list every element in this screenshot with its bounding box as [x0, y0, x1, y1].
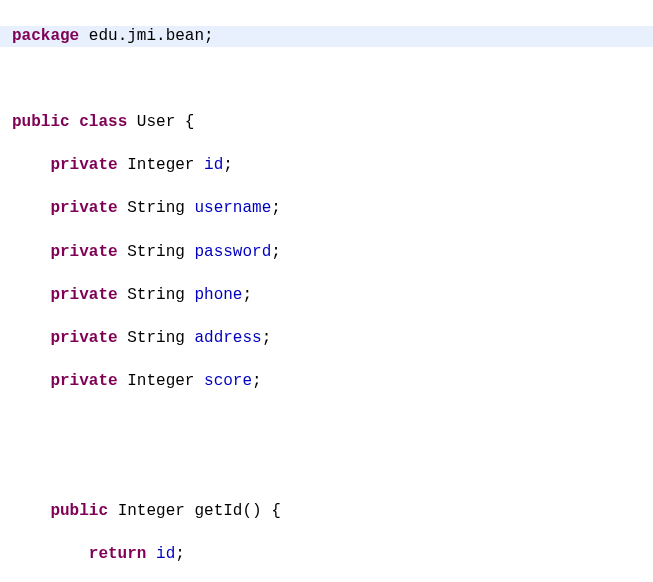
field-name: id: [204, 156, 223, 174]
keyword-private: private: [50, 199, 117, 217]
package-name: edu.jmi.bean: [89, 27, 204, 45]
type: Integer: [127, 372, 194, 390]
code-line: private String password;: [0, 242, 653, 264]
semicolon: ;: [252, 372, 262, 390]
type: String: [127, 199, 185, 217]
semicolon: ;: [262, 329, 272, 347]
keyword-class: class: [79, 113, 127, 131]
code-line: return id;: [0, 544, 653, 566]
keyword-public: public: [12, 113, 70, 131]
space: [79, 27, 89, 45]
field-name: phone: [194, 286, 242, 304]
keyword-private: private: [50, 286, 117, 304]
semicolon: ;: [271, 199, 281, 217]
semicolon: ;: [242, 286, 252, 304]
semicolon: ;: [175, 545, 185, 563]
method-rest: () {: [242, 502, 280, 520]
code-line: private Integer id;: [0, 155, 653, 177]
code-line-blank: [0, 69, 653, 91]
brace-open: {: [185, 113, 195, 131]
keyword-private: private: [50, 372, 117, 390]
code-line: private String phone;: [0, 285, 653, 307]
type: Integer: [118, 502, 185, 520]
method-name: getId: [194, 502, 242, 520]
semicolon: ;: [204, 27, 214, 45]
field-ref: id: [156, 545, 175, 563]
field-name: password: [194, 243, 271, 261]
field-name: username: [194, 199, 271, 217]
code-line: public class User {: [0, 112, 653, 134]
type: String: [127, 329, 185, 347]
keyword-private: private: [50, 329, 117, 347]
code-editor: package edu.jmi.bean; public class User …: [0, 0, 653, 582]
field-name: address: [194, 329, 261, 347]
semicolon: ;: [271, 243, 281, 261]
class-name: User: [137, 113, 175, 131]
keyword-public: public: [50, 502, 108, 520]
code-line: package edu.jmi.bean;: [0, 26, 653, 48]
semicolon: ;: [223, 156, 233, 174]
field-name: score: [204, 372, 252, 390]
code-line: private String username;: [0, 198, 653, 220]
code-line-blank: [0, 457, 653, 479]
keyword-private: private: [50, 156, 117, 174]
code-line: private Integer score;: [0, 371, 653, 393]
code-line: private String address;: [0, 328, 653, 350]
keyword-package: package: [12, 27, 79, 45]
code-line: public Integer getId() {: [0, 501, 653, 523]
code-line-blank: [0, 414, 653, 436]
keyword-return: return: [89, 545, 147, 563]
keyword-private: private: [50, 243, 117, 261]
type: String: [127, 286, 185, 304]
type: Integer: [127, 156, 194, 174]
type: String: [127, 243, 185, 261]
